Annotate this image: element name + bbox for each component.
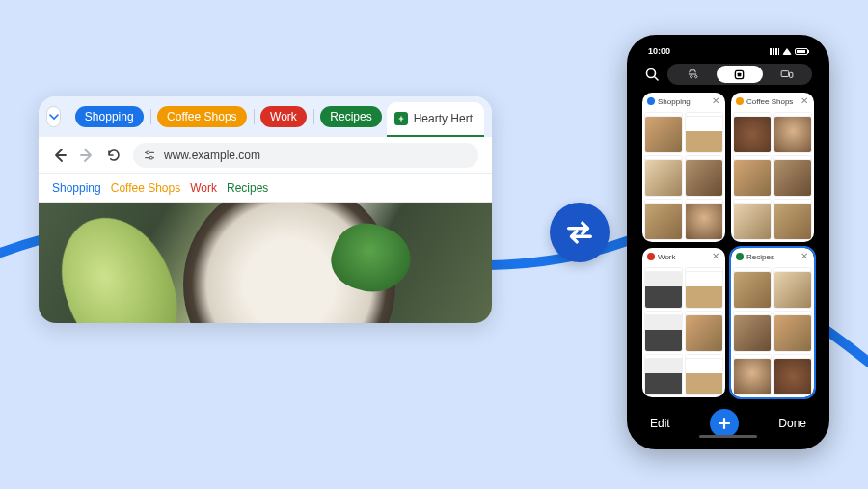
desktop-browser-window: Shopping Coffee Shops Work Recipes Heart… [39,96,492,323]
sync-badge [550,203,610,262]
phone-top-bar [635,60,822,89]
tab-thumbnail[interactable] [685,267,723,309]
group-label: Recipes [746,253,774,261]
toolbar: www.example.com [39,137,492,174]
back-button[interactable] [52,148,68,163]
segment-other-devices[interactable] [765,66,810,83]
tab-group-recipes[interactable]: Recipes [320,106,381,127]
tab-thumbnail[interactable] [733,112,772,153]
bookmark-recipes[interactable]: Recipes [227,181,268,195]
tab-thumbnail[interactable] [644,112,683,153]
group-thumbnails [642,265,725,397]
tab-thumbnail[interactable] [644,199,683,240]
tab-thumbnail[interactable] [733,354,772,395]
tab-group-label: Recipes [330,110,371,123]
tab-thumbnail[interactable] [685,354,723,395]
tab-group-label: Coffee Shops [167,110,237,123]
close-group-button[interactable]: ✕ [711,96,720,106]
group-card-shopping[interactable]: Shopping ✕ [642,93,725,242]
tab-thumbnail[interactable] [685,112,723,153]
address-bar[interactable]: www.example.com [133,143,478,168]
tab-strip: Shopping Coffee Shops Work Recipes Heart… [39,96,492,137]
tab-thumbnail[interactable] [733,311,772,352]
close-group-button[interactable]: ✕ [800,252,809,261]
group-label: Work [658,253,676,261]
favicon-icon [394,112,408,125]
tab-group-label: Work [270,110,297,123]
tab-thumbnail[interactable] [773,199,812,240]
reload-button[interactable] [106,148,122,163]
tab-thumbnail[interactable] [773,155,812,197]
group-thumbnails [731,265,814,397]
active-tab-title: Hearty Hert [414,112,473,125]
tab-thumbnail[interactable] [644,354,683,395]
tab-switcher-segmented [667,64,812,85]
segment-tab-groups[interactable] [717,66,762,83]
svg-rect-5 [781,71,789,77]
arrow-left-icon [52,148,68,163]
tab-group-coffee[interactable]: Coffee Shops [157,106,247,127]
svg-rect-6 [790,72,793,77]
incognito-icon [687,69,698,79]
chevron-down-icon [49,112,59,122]
tab-thumbnail[interactable] [685,199,723,240]
tab-thumbnail[interactable] [773,112,812,153]
phone-device: 10:00 [627,35,829,449]
done-button[interactable]: Done [778,417,806,430]
plus-icon [718,417,731,430]
edit-button[interactable]: Edit [650,417,670,430]
close-group-button[interactable]: ✕ [800,96,809,106]
group-thumbnails [642,110,725,242]
svg-point-1 [149,156,152,159]
tab-group-work[interactable]: Work [260,106,307,127]
new-tab-button[interactable] [710,409,739,438]
tab-thumbnail[interactable] [685,155,723,197]
group-dot-icon [647,97,655,105]
tab-thumbnail[interactable] [773,354,812,395]
group-card-recipes[interactable]: Recipes ✕ [731,248,814,397]
bookmark-shopping[interactable]: Shopping [52,181,101,195]
tab-thumbnail[interactable] [644,267,683,309]
bookmark-bar: Shopping Coffee Shops Work Recipes [39,174,492,203]
tab-thumbnail[interactable] [644,155,683,197]
status-time: 10:00 [648,46,670,56]
arrow-right-icon [79,148,95,163]
status-bar: 10:00 [635,42,822,60]
tab-thumbnail[interactable] [733,155,772,197]
home-indicator [699,435,757,438]
tab-thumbnail[interactable] [733,267,772,309]
group-dot-icon [736,97,744,105]
tab-thumbnail[interactable] [773,267,812,309]
group-label: Shopping [658,97,691,106]
group-card-coffee[interactable]: Coffee Shops ✕ [731,93,814,242]
tab-thumbnail[interactable] [733,199,772,240]
group-card-work[interactable]: Work ✕ [642,248,725,397]
svg-point-0 [147,150,149,153]
bookmark-coffee[interactable]: Coffee Shops [111,181,181,195]
tab-thumbnail[interactable] [644,311,683,352]
svg-point-2 [647,69,656,78]
page-content-image [39,203,492,323]
status-icons [770,48,808,55]
wifi-icon [782,48,792,55]
group-label: Coffee Shops [746,97,793,106]
group-thumbnails [731,110,814,242]
close-group-button[interactable]: ✕ [711,252,720,261]
group-dot-icon [736,253,744,260]
site-settings-icon [143,149,156,162]
tab-group-label: Shopping [85,110,134,123]
devices-icon [780,69,794,79]
reload-icon [106,148,122,163]
active-tab[interactable]: Hearty Hert [387,102,484,137]
tab-search-button[interactable] [46,106,61,127]
segment-incognito[interactable] [669,66,715,83]
search-icon[interactable] [644,67,660,82]
battery-icon [795,48,808,55]
signal-icon [770,48,779,55]
swap-arrows-icon [563,216,596,249]
tab-group-shopping[interactable]: Shopping [75,106,144,127]
tab-thumbnail[interactable] [773,311,812,352]
tab-thumbnail[interactable] [685,311,723,352]
forward-button[interactable] [79,148,95,163]
bookmark-work[interactable]: Work [190,181,217,195]
